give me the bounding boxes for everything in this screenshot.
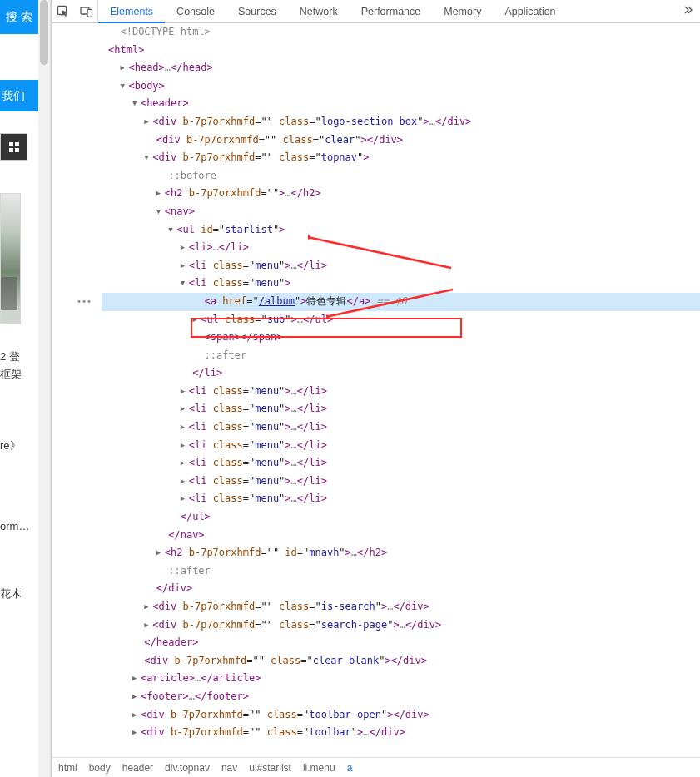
svg-rect-1 <box>15 142 19 146</box>
tab-network[interactable]: Network <box>288 0 350 23</box>
dom-line[interactable]: ▶<li class="menu">…</li> <box>102 490 700 508</box>
dom-line[interactable]: ▶<div b-7p7orxhmfd="" class="toolbar">…<… <box>102 724 700 742</box>
chevron-down-icon <box>5 123 13 131</box>
dom-line[interactable]: ▶<div b-7p7orxhmfd="" class="is-search">… <box>102 598 700 616</box>
dom-line[interactable]: <span></span> <box>102 329 700 347</box>
dom-line[interactable]: </nav> <box>102 527 700 545</box>
sidebar-text-4: 花木 <box>0 586 38 601</box>
elements-panel[interactable]: <!DOCTYPE html><html> ▶<head>…</head> ▼<… <box>52 23 700 757</box>
chevron-right-double-icon <box>683 4 694 16</box>
dom-line[interactable]: </li> <box>102 364 700 383</box>
dom-line[interactable]: ▶<h2 b-7p7orxhmfd="">…</h2> <box>102 185 700 203</box>
tab-application[interactable]: Application <box>493 0 567 23</box>
dom-line[interactable]: ▶<article>…</article> <box>102 670 700 688</box>
dom-line[interactable]: </div> <box>102 580 700 598</box>
scrollbar-thumb[interactable] <box>40 0 48 65</box>
dom-line[interactable]: ▼<li class="menu"> <box>102 275 700 293</box>
dom-line[interactable]: ▶<li class="menu">…</li> <box>102 473 700 491</box>
sidebar-text-1b: 框架 <box>0 367 38 382</box>
dom-line[interactable]: ▶<li class="menu">…</li> <box>102 257 700 275</box>
crumb-div-topnav[interactable]: div.topnav <box>165 762 210 774</box>
sidebar-text-2: re》 <box>0 438 38 453</box>
crumb-ul-starlist[interactable]: ul#starlist <box>249 762 291 774</box>
dom-line[interactable]: <a href="/album">特色专辑</a> == $0 <box>102 293 700 311</box>
dom-line[interactable]: ▼<div b-7p7orxhmfd="" class="topnav"> <box>102 149 700 167</box>
tab-performance[interactable]: Performance <box>350 0 433 23</box>
dom-line[interactable]: ::after <box>102 347 700 365</box>
crumb-body[interactable]: body <box>89 762 111 774</box>
dom-line[interactable]: ▶<ul class="sub">…</ul> <box>102 311 700 329</box>
dom-line[interactable]: ▶<li class="menu">…</li> <box>102 437 700 455</box>
dom-line[interactable]: ▶<li class="menu">…</li> <box>102 383 700 401</box>
sidebar-text-3: orm… <box>0 520 38 532</box>
breadcrumb[interactable]: html body header div.topnav nav ul#starl… <box>52 757 700 777</box>
dom-line[interactable]: ::after <box>102 562 700 581</box>
page-scrollbar[interactable] <box>38 0 50 777</box>
devtools-tabs: Elements Console Sources Network Perform… <box>52 0 700 23</box>
svg-rect-6 <box>87 9 92 17</box>
svg-rect-3 <box>15 148 19 152</box>
dom-line[interactable]: <div b-7p7orxhmfd="" class="clear blank"… <box>102 652 700 671</box>
dom-line[interactable]: ▶<div b-7p7orxhmfd="" class="logo-sectio… <box>102 113 700 131</box>
dom-line[interactable]: </ul> <box>102 508 700 527</box>
svg-rect-2 <box>9 148 13 152</box>
crumb-html[interactable]: html <box>58 762 77 774</box>
crumb-li-menu[interactable]: li.menu <box>303 762 335 774</box>
dom-line[interactable]: ▶<footer>…</footer> <box>102 688 700 706</box>
device-icon <box>80 5 93 18</box>
dom-line[interactable]: ▶<li class="menu">…</li> <box>102 400 700 418</box>
dom-line[interactable]: </header> <box>102 634 700 652</box>
contact-label: 我们 <box>2 89 25 102</box>
dom-line[interactable]: ▼<nav> <box>102 203 700 221</box>
tab-sources[interactable]: Sources <box>226 0 288 23</box>
dom-line[interactable]: ▶<li>…</li> <box>102 239 700 257</box>
contact-button[interactable]: 我们 <box>0 80 38 111</box>
host-page-fragment: 搜 索 我们 2 登 框架 re》 orm… 花木 <box>0 0 51 777</box>
dom-line[interactable]: ::before <box>102 167 700 186</box>
thumbnail-image <box>0 193 21 324</box>
devtools: Elements Console Sources Network Perform… <box>51 0 700 777</box>
sidebar-text-1a: 2 登 <box>0 349 38 364</box>
dom-line[interactable]: ▼<header> <box>102 95 700 113</box>
dom-line[interactable]: ▶<li class="menu">…</li> <box>102 454 700 473</box>
grid-icon <box>9 142 19 152</box>
crumb-header[interactable]: header <box>122 762 153 774</box>
dom-line[interactable]: ▶<h2 b-7p7orxhmfd="" id="mnavh">…</h2> <box>102 544 700 562</box>
svg-rect-0 <box>9 142 13 146</box>
dom-line[interactable]: <html> <box>102 42 700 60</box>
crumb-a[interactable]: a <box>347 762 353 774</box>
device-toolbar-button[interactable] <box>75 0 98 23</box>
dom-line[interactable]: ▶<div b-7p7orxhmfd="" class="search-page… <box>102 616 700 635</box>
dom-line[interactable]: <div b-7p7orxhmfd="" class="clear"></div… <box>102 131 700 150</box>
crumb-nav[interactable]: nav <box>221 762 237 774</box>
tab-elements[interactable]: Elements <box>98 0 165 23</box>
grid-button[interactable] <box>0 133 27 161</box>
dom-line[interactable]: <!DOCTYPE html> <box>102 23 700 42</box>
dom-tree[interactable]: <!DOCTYPE html><html> ▶<head>…</head> ▼<… <box>102 23 700 742</box>
dom-line[interactable]: ▼<ul id="starlist"> <box>102 221 700 240</box>
inspect-element-button[interactable] <box>52 0 75 23</box>
dom-line[interactable]: ▼<body> <box>102 77 700 96</box>
inspect-icon <box>57 5 70 18</box>
search-button[interactable]: 搜 索 <box>0 0 38 34</box>
dom-line[interactable]: ▶<li class="menu">…</li> <box>102 418 700 437</box>
dom-line[interactable]: ▶<head>…</head> <box>102 59 700 77</box>
tab-memory[interactable]: Memory <box>432 0 493 23</box>
dom-line[interactable]: ▶<div b-7p7orxhmfd="" class="toolbar-ope… <box>102 706 700 725</box>
tabs-overflow-button[interactable] <box>677 4 700 18</box>
tab-console[interactable]: Console <box>165 0 226 23</box>
